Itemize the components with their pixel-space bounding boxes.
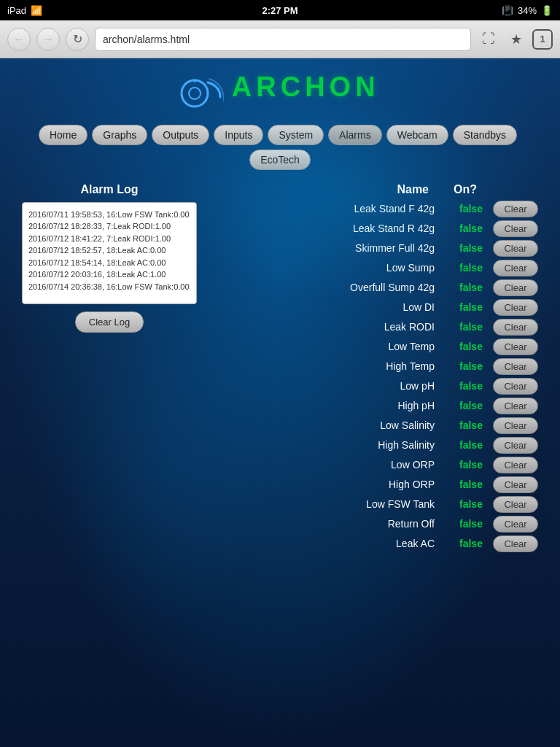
- alarm-name-10: High pH: [211, 400, 449, 411]
- clear-button-14[interactable]: Clear: [493, 476, 538, 493]
- alarm-log-box: 2016/07/11 19:58:53, 16:Low FSW Tank:0.0…: [22, 202, 197, 304]
- url-text: archon/alarms.html: [103, 34, 190, 45]
- url-bar[interactable]: archon/alarms.html: [95, 28, 471, 51]
- refresh-button[interactable]: ↻: [66, 28, 89, 51]
- alarm-status-5: false: [449, 301, 493, 313]
- alarm-name-17: Leak AC: [211, 538, 449, 549]
- battery-icon: 🔋: [541, 5, 553, 16]
- nav-standbys[interactable]: Standbys: [453, 125, 517, 145]
- nav-webcam[interactable]: Webcam: [386, 125, 448, 145]
- nav-inputs[interactable]: Inputs: [214, 125, 263, 145]
- alarm-row-9: Low pH false Clear: [211, 378, 538, 395]
- nav-outputs[interactable]: Outputs: [152, 125, 209, 145]
- alarm-name-1: Leak Stand R 42g: [211, 222, 449, 234]
- nav-area: Home Graphs Outputs Inputs System Alarms…: [0, 119, 560, 176]
- alarm-status-2: false: [449, 242, 493, 254]
- clear-button-9[interactable]: Clear: [493, 378, 538, 395]
- nav-graphs[interactable]: Graphs: [92, 125, 147, 145]
- alarm-row-2: Skimmer Full 42g false Clear: [211, 240, 538, 257]
- alarm-name-6: Leak RODI: [211, 321, 449, 333]
- nav-home[interactable]: Home: [39, 125, 88, 145]
- alarm-row-14: High ORP false Clear: [211, 476, 538, 493]
- alarm-status-0: false: [449, 203, 493, 214]
- alarm-row-12: High Salinity false Clear: [211, 437, 538, 454]
- log-entry-0: 2016/07/11 19:58:53, 16:Low FSW Tank:0.0…: [28, 209, 190, 221]
- alarm-row-6: Leak RODI false Clear: [211, 319, 538, 336]
- alarm-name-11: Low Salinity: [211, 419, 449, 431]
- alarm-name-15: Low FSW Tank: [211, 498, 449, 510]
- main-content: Alarm Log 2016/07/11 19:58:53, 16:Low FS…: [0, 176, 560, 562]
- clear-button-10[interactable]: Clear: [493, 398, 538, 414]
- clear-button-2[interactable]: Clear: [493, 240, 538, 257]
- nav-ecotech[interactable]: EcoTech: [249, 150, 311, 170]
- clear-button-17[interactable]: Clear: [493, 535, 538, 552]
- alarm-row-1: Leak Stand R 42g false Clear: [211, 220, 538, 237]
- alarm-status-4: false: [449, 282, 493, 293]
- log-entry-5: 2016/07/12 20:03:16, 18:Leak AC:1.00: [28, 268, 190, 281]
- alarm-row-4: Overfull Sump 42g false Clear: [211, 279, 538, 296]
- alarm-status-7: false: [449, 341, 493, 352]
- log-entry-1: 2016/07/12 18:28:33, 7:Leak RODI:1.00: [28, 220, 190, 233]
- svg-point-1: [189, 88, 201, 99]
- back-button[interactable]: ←: [7, 28, 31, 51]
- status-left: iPad 📶: [7, 5, 42, 16]
- alarm-row-16: Return Off false Clear: [211, 516, 538, 533]
- logo-text: ARCHON: [232, 71, 380, 102]
- alarm-log-section: Alarm Log 2016/07/11 19:58:53, 16:Low FS…: [22, 183, 197, 555]
- alarm-row-17: Leak AC false Clear: [211, 535, 538, 552]
- alarm-status-10: false: [449, 400, 493, 411]
- nav-alarms[interactable]: Alarms: [328, 125, 382, 145]
- alarm-row-7: Low Temp false Clear: [211, 338, 538, 355]
- log-entry-6: 2016/07/14 20:36:38, 16:Low FSW Tank:0.0…: [28, 281, 190, 293]
- bluetooth-icon: 📳: [502, 5, 513, 16]
- clear-button-4[interactable]: Clear: [493, 279, 538, 296]
- alarm-status-17: false: [449, 538, 493, 549]
- share-button[interactable]: ⛶: [477, 28, 500, 51]
- clear-button-0[interactable]: Clear: [493, 201, 538, 217]
- logo-area: ARCHON: [0, 58, 560, 119]
- clear-button-15[interactable]: Clear: [493, 496, 538, 513]
- clear-button-12[interactable]: Clear: [493, 437, 538, 454]
- status-time: 2:27 PM: [262, 5, 298, 16]
- alarm-row-13: Low ORP false Clear: [211, 457, 538, 473]
- clear-button-7[interactable]: Clear: [493, 338, 538, 355]
- header-on: On?: [443, 183, 487, 196]
- alarm-status-1: false: [449, 222, 493, 234]
- bookmark-button[interactable]: ★: [505, 28, 528, 51]
- clear-button-1[interactable]: Clear: [493, 220, 538, 237]
- alarm-log-title: Alarm Log: [22, 183, 197, 196]
- clear-log-button[interactable]: Clear Log: [75, 311, 144, 333]
- alarm-name-16: Return Off: [211, 518, 449, 530]
- header-action: [487, 183, 538, 196]
- page-content: ARCHON Home Graphs Outputs Inputs System…: [0, 58, 560, 747]
- alarm-status-13: false: [449, 459, 493, 471]
- alarm-row-3: Low Sump false Clear: [211, 260, 538, 276]
- clear-button-5[interactable]: Clear: [493, 299, 538, 316]
- alarm-status-6: false: [449, 321, 493, 333]
- alarm-status-8: false: [449, 360, 493, 372]
- alarm-row-11: Low Salinity false Clear: [211, 417, 538, 434]
- clear-button-3[interactable]: Clear: [493, 260, 538, 276]
- clear-button-6[interactable]: Clear: [493, 319, 538, 336]
- alarm-row-10: High pH false Clear: [211, 398, 538, 414]
- nav-system[interactable]: System: [268, 125, 324, 145]
- alarm-name-0: Leak Stand F 42g: [211, 203, 449, 214]
- tab-count[interactable]: 1: [532, 29, 553, 50]
- alarm-status-12: false: [449, 439, 493, 451]
- alarm-status-9: false: [449, 380, 493, 392]
- clear-button-8[interactable]: Clear: [493, 358, 538, 375]
- status-right: 📳 34% 🔋: [502, 5, 553, 16]
- alarm-row-0: Leak Stand F 42g false Clear: [211, 201, 538, 217]
- clear-button-16[interactable]: Clear: [493, 516, 538, 533]
- ipad-label: iPad: [7, 5, 26, 16]
- alarm-status-15: false: [449, 498, 493, 510]
- alarm-table-header: Name On?: [211, 183, 538, 196]
- forward-button[interactable]: →: [36, 28, 60, 51]
- alarm-name-9: Low pH: [211, 380, 449, 392]
- log-entry-2: 2016/07/12 18:41:22, 7:Leak RODI:1.00: [28, 233, 190, 245]
- clear-button-13[interactable]: Clear: [493, 457, 538, 473]
- alarm-status-16: false: [449, 518, 493, 530]
- alarm-name-4: Overfull Sump 42g: [211, 282, 449, 293]
- clear-button-11[interactable]: Clear: [493, 417, 538, 434]
- alarm-status-3: false: [449, 262, 493, 274]
